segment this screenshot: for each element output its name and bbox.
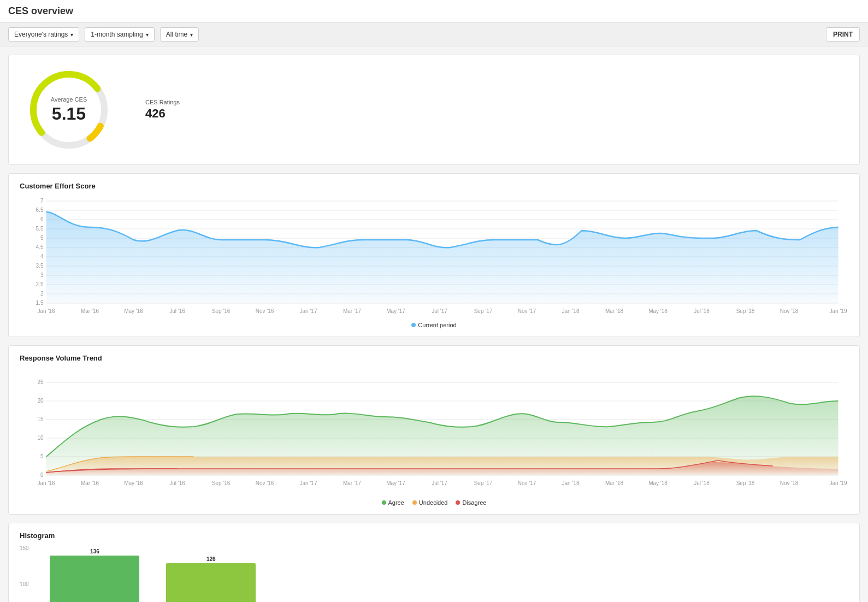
svg-text:Sep '17: Sep '17 — [474, 480, 493, 486]
undecided-dot — [412, 500, 417, 505]
svg-text:6.5: 6.5 — [36, 207, 44, 213]
svg-text:2: 2 — [40, 291, 44, 297]
ces-chart-svg: 7 6.5 6 5.5 5 4.5 4 3.5 3 2.5 2 1.5 — [20, 196, 848, 316]
current-period-dot — [411, 323, 416, 327]
toolbar: Everyone's ratings 1-month sampling All … — [0, 23, 868, 46]
svg-text:25: 25 — [37, 379, 44, 385]
sampling-dropdown[interactable]: 1-month sampling — [85, 27, 154, 42]
hist-bar-group: 43 — [271, 545, 383, 602]
svg-text:Jan '16: Jan '16 — [38, 308, 55, 314]
response-chart-title: Response Volume Trend — [20, 354, 848, 362]
svg-text:Mar '16: Mar '16 — [81, 480, 99, 486]
svg-text:Jul '17: Jul '17 — [432, 480, 447, 486]
histogram-card: Histogram 0 50 100 150 1361264328193044 … — [8, 523, 860, 602]
svg-text:Sep '18: Sep '18 — [736, 480, 755, 486]
hist-bar-group: 30 — [620, 545, 732, 602]
svg-text:15: 15 — [37, 416, 44, 422]
svg-text:May '16: May '16 — [124, 308, 143, 314]
svg-text:May '17: May '17 — [386, 480, 405, 486]
ces-chart-legend: Current period — [20, 322, 848, 328]
gauge-value: 5.15 — [51, 104, 87, 124]
svg-text:6: 6 — [40, 216, 44, 222]
svg-text:Jul '18: Jul '18 — [694, 308, 710, 314]
ces-ratings-stat: CES Ratings 426 — [145, 99, 180, 121]
agree-label: Agree — [388, 499, 404, 506]
svg-text:Nov '17: Nov '17 — [518, 308, 536, 314]
hist-bar-group: 126 — [155, 545, 267, 602]
svg-text:4.5: 4.5 — [36, 244, 44, 250]
svg-text:5.5: 5.5 — [36, 226, 44, 232]
ratings-dropdown[interactable]: Everyone's ratings — [8, 27, 79, 42]
legend-disagree: Disagree — [456, 499, 486, 506]
svg-text:Jan '17: Jan '17 — [300, 308, 317, 314]
histogram-bars: 1361264328193044 — [39, 545, 848, 602]
svg-text:0: 0 — [40, 472, 44, 478]
gauge-text: Average CES 5.15 — [51, 96, 87, 124]
time-dropdown[interactable]: All time — [160, 27, 199, 42]
histogram-container: 0 50 100 150 1361264328193044 7654321 — [20, 545, 848, 602]
svg-text:Jul '16: Jul '16 — [169, 308, 185, 314]
response-chart-card: Response Volume Trend — [8, 345, 860, 515]
svg-text:Mar '16: Mar '16 — [81, 308, 99, 314]
disagree-label: Disagree — [462, 499, 486, 506]
response-chart-area: 25 20 15 10 5 0 Jan '16 Mar '16 M — [20, 368, 848, 506]
svg-text:3: 3 — [40, 272, 44, 278]
legend-current-period: Current period — [411, 322, 456, 328]
gauge: Average CES 5.15 — [25, 66, 113, 154]
legend-agree: Agree — [382, 499, 404, 506]
svg-text:Sep '18: Sep '18 — [736, 308, 755, 314]
svg-text:Mar '17: Mar '17 — [343, 308, 361, 314]
svg-text:Jan '19: Jan '19 — [830, 480, 847, 486]
svg-text:May '17: May '17 — [386, 308, 405, 314]
ces-ratings-value: 426 — [145, 107, 180, 121]
svg-text:7: 7 — [40, 198, 44, 204]
response-chart-svg: 25 20 15 10 5 0 Jan '16 Mar '16 M — [20, 368, 848, 493]
agree-dot — [382, 500, 386, 505]
svg-text:Nov '18: Nov '18 — [780, 480, 799, 486]
svg-text:1.5: 1.5 — [36, 300, 44, 306]
ces-chart-area: 7 6.5 6 5.5 5 4.5 4 3.5 3 2.5 2 1.5 — [20, 196, 848, 328]
hist-bar-group: 44 — [736, 545, 848, 602]
print-button[interactable]: PRINT — [826, 27, 860, 42]
histogram-title: Histogram — [20, 532, 848, 540]
undecided-label: Undecided — [419, 499, 448, 506]
svg-text:May '18: May '18 — [648, 308, 668, 314]
response-chart-legend: Agree Undecided Disagree — [20, 499, 848, 506]
current-period-label: Current period — [418, 322, 456, 328]
svg-text:Jan '18: Jan '18 — [562, 308, 580, 314]
svg-text:Sep '17: Sep '17 — [474, 308, 493, 314]
svg-text:May '16: May '16 — [124, 480, 143, 486]
hist-bar-group: 19 — [504, 545, 616, 602]
svg-text:10: 10 — [37, 435, 44, 441]
svg-text:5: 5 — [40, 235, 44, 241]
page-title: CES overview — [0, 0, 868, 23]
svg-text:Sep '16: Sep '16 — [212, 308, 231, 314]
ces-chart-card: Customer Effort Score 7 6.5 6 — [8, 173, 860, 337]
svg-text:Jan '18: Jan '18 — [562, 480, 580, 486]
ces-ratings-label: CES Ratings — [145, 99, 180, 105]
svg-text:Jan '16: Jan '16 — [38, 480, 55, 486]
main-content: Average CES 5.15 CES Ratings 426 Custome… — [0, 46, 868, 602]
svg-text:Nov '18: Nov '18 — [780, 308, 799, 314]
svg-text:Jul '17: Jul '17 — [432, 308, 447, 314]
svg-text:Jul '18: Jul '18 — [694, 480, 710, 486]
svg-text:3.5: 3.5 — [36, 263, 44, 269]
svg-text:20: 20 — [37, 398, 44, 404]
svg-text:Jan '19: Jan '19 — [830, 308, 847, 314]
hist-bar-group: 136 — [39, 545, 151, 602]
svg-text:2.5: 2.5 — [36, 281, 44, 287]
svg-text:5: 5 — [40, 453, 44, 459]
svg-text:Nov '16: Nov '16 — [256, 308, 274, 314]
svg-text:May '18: May '18 — [648, 480, 668, 486]
summary-card: Average CES 5.15 CES Ratings 426 — [8, 55, 860, 165]
ces-chart-title: Customer Effort Score — [20, 182, 848, 190]
legend-undecided: Undecided — [412, 499, 448, 506]
svg-text:4: 4 — [40, 253, 44, 259]
svg-text:Nov '17: Nov '17 — [518, 480, 536, 486]
svg-text:Mar '17: Mar '17 — [343, 480, 361, 486]
svg-text:Mar '18: Mar '18 — [605, 480, 623, 486]
disagree-dot — [456, 500, 460, 505]
svg-text:Jan '17: Jan '17 — [300, 480, 317, 486]
hist-bar-group: 28 — [388, 545, 500, 602]
gauge-label: Average CES — [51, 96, 87, 103]
